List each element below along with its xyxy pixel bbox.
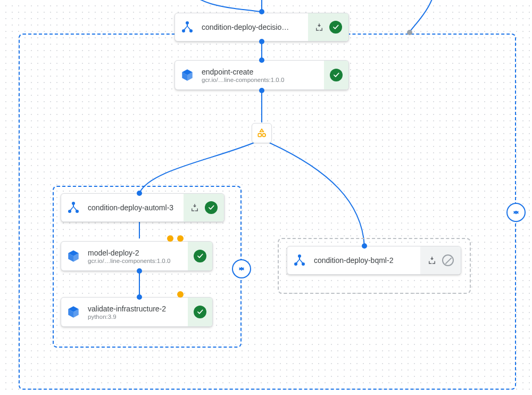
port-top-decision (259, 9, 264, 14)
node-title: model-deploy-2 (88, 249, 185, 257)
node-endpoint-create[interactable]: endpoint-create gcr.io/…line-components:… (174, 60, 349, 90)
node-condition-deploy-decision[interactable]: condition-deploy-decisio… (174, 13, 349, 42)
port-top-automl (137, 191, 142, 196)
node-title: validate-infrastructure-2 (88, 305, 185, 313)
node-status-area (308, 13, 348, 41)
port-bottom-endpoint (259, 88, 264, 93)
expand-icon[interactable] (314, 22, 324, 32)
port-top-bigbox (407, 30, 412, 35)
node-status-area (184, 194, 224, 221)
node-condition-deploy-bqml[interactable]: condition-deploy-bqml-2 (287, 246, 461, 275)
skip-icon (442, 254, 454, 266)
collapse-icon (511, 208, 521, 217)
svg-point-4 (262, 134, 265, 137)
warning-dot (167, 235, 173, 242)
node-condition-deploy-automl[interactable]: condition-deploy-automl-3 (61, 193, 225, 222)
node-status-area (324, 61, 348, 89)
cube-icon (61, 242, 86, 270)
fork-chip[interactable] (252, 123, 272, 143)
check-icon (330, 69, 343, 81)
port-bottom-modeldeploy (137, 268, 142, 274)
port-top-endpoint (259, 57, 264, 63)
node-title: condition-deploy-decisio… (202, 23, 305, 31)
node-status-area (188, 242, 212, 270)
cube-icon (61, 298, 86, 326)
branch-icon (287, 246, 312, 274)
port-bottom-decision (259, 39, 264, 44)
node-subtitle: python:3.9 (88, 314, 185, 320)
collapse-toggle-outer[interactable] (506, 203, 526, 222)
warning-dot (177, 235, 184, 242)
node-subtitle: gcr.io/…line-components:1.0.0 (202, 77, 321, 83)
fork-shapes-icon (256, 128, 267, 138)
node-title: endpoint-create (202, 68, 321, 76)
branch-icon (175, 13, 200, 41)
node-validate-infrastructure[interactable]: validate-infrastructure-2 python:3.9 (61, 297, 213, 327)
check-icon (205, 201, 218, 214)
node-title: condition-deploy-automl-3 (88, 203, 180, 212)
check-icon (329, 21, 342, 34)
node-model-deploy[interactable]: model-deploy-2 gcr.io/…line-components:1… (61, 241, 213, 271)
port-top-bqml (362, 243, 367, 249)
port-top-validate (137, 294, 142, 300)
check-icon (194, 250, 206, 262)
expand-icon[interactable] (427, 256, 437, 265)
check-icon (194, 306, 206, 318)
node-title: condition-deploy-bqml-2 (314, 256, 417, 265)
collapse-icon (237, 264, 246, 274)
collapse-toggle-automl[interactable] (232, 259, 251, 278)
node-subtitle: gcr.io/…line-components:1.0.0 (88, 258, 185, 264)
warning-dot (177, 291, 184, 298)
svg-rect-3 (258, 134, 261, 137)
cube-icon (175, 61, 200, 89)
node-status-area (420, 246, 461, 274)
branch-icon (61, 194, 86, 221)
node-status-area (188, 298, 212, 326)
expand-icon[interactable] (190, 203, 200, 212)
